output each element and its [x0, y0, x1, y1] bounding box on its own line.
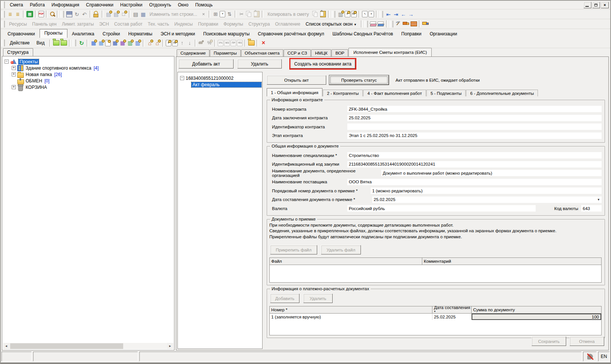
check-status-button[interactable]: Проверить статус: [329, 75, 389, 85]
add-page-icon[interactable]: +: [220, 11, 225, 17]
level-first-icon[interactable]: ⇤: [385, 11, 392, 17]
folder-up-icon[interactable]: [53, 40, 60, 46]
column-header-amount[interactable]: Сумма по документу: [472, 306, 601, 313]
level-down-icon[interactable]: →: [408, 11, 414, 17]
specialization-input[interactable]: Строительство: [347, 152, 602, 158]
tab-popravki[interactable]: Поправки: [397, 30, 425, 38]
import-building-icon[interactable]: ▦: [112, 40, 118, 46]
truck-icon[interactable]: [403, 22, 409, 26]
tree-row-trash[interactable]: + КОРЗИНА: [5, 84, 173, 90]
add-object-icon[interactable]: ▦: [98, 40, 104, 46]
book-settings-icon[interactable]: ▥: [337, 11, 344, 17]
comment-settings-icon[interactable]: □: [120, 11, 127, 17]
language-indicator[interactable]: EN: [598, 352, 609, 361]
tab-ispolnenie-smety-eis[interactable]: Исполнение Сметы контракта (ЕИС): [348, 48, 432, 56]
page-pr-icon[interactable]: ПР: [351, 11, 357, 17]
tree-label[interactable]: КОРЗИНА: [26, 85, 47, 90]
collapse-icon[interactable]: −: [180, 76, 184, 80]
tree-row-projects[interactable]: − Проекты: [5, 58, 173, 65]
save-icon[interactable]: [66, 11, 72, 17]
document-name-input[interactable]: Документ о выполнении работ (можно редак…: [381, 170, 602, 176]
currency-input[interactable]: Российский рубль: [347, 205, 536, 212]
tree-row-folder[interactable]: + Новая папка [26]: [5, 71, 173, 78]
toolbar-grip[interactable]: [2, 11, 5, 18]
menu-smeta[interactable]: Смета: [6, 2, 26, 8]
toolbar-grip[interactable]: [2, 21, 5, 27]
tree-row-exchange[interactable]: ОБМЕН [0]: [5, 78, 173, 84]
payment-number-cell[interactable]: 1 (заполняется вручную): [270, 314, 432, 320]
column-header-number[interactable]: Номер *: [270, 306, 432, 313]
menu-vid[interactable]: Вид: [33, 40, 48, 46]
bricks-icon[interactable]: [411, 21, 417, 26]
search-icon[interactable]: [49, 11, 55, 17]
act-label[interactable]: Акт февраль: [191, 82, 261, 87]
tab-ssr-i-sz[interactable]: ССР и СЗ: [284, 49, 311, 56]
tree-label[interactable]: Здание спортивного комплекса: [26, 65, 91, 71]
save-building-icon[interactable]: ▦: [119, 40, 126, 46]
house-save-icon[interactable]: ⌂: [154, 40, 160, 46]
payment-amount-cell[interactable]: 100: [472, 314, 601, 320]
tab-spravochniki[interactable]: Справочники: [4, 30, 39, 38]
level-last-icon[interactable]: ⇥: [393, 11, 399, 17]
copy-structure-icon[interactable]: ▦: [140, 11, 147, 17]
contract-stage-input[interactable]: Этап 1 с 25.02.2025 по 31.12.2025: [347, 133, 602, 139]
files-table-body[interactable]: [270, 265, 601, 282]
toolbar-grip[interactable]: [2, 2, 5, 8]
export-book-icon[interactable]: ▥: [134, 40, 141, 46]
level-up-icon[interactable]: ←: [400, 11, 407, 17]
menu-otdohnut[interactable]: Отдохнуть: [146, 2, 174, 8]
column-header-date[interactable]: Дата составления *: [432, 306, 472, 313]
page-r-icon[interactable]: Р: [166, 40, 171, 46]
move-to-structure-icon[interactable]: ≣: [14, 11, 21, 17]
delivery-truck-icon[interactable]: [423, 22, 429, 26]
chevron-down-icon[interactable]: ▼: [597, 198, 600, 201]
tab-spravochnik-formul[interactable]: Справочник расчётных формул: [254, 30, 328, 38]
add-building-icon[interactable]: ▦: [90, 40, 97, 46]
expand-icon[interactable]: +: [12, 85, 16, 89]
delete-act-button[interactable]: Удалить: [237, 59, 282, 69]
folder-collapse-icon[interactable]: [61, 40, 67, 46]
contract-date-input[interactable]: 25.02.2025: [347, 115, 602, 121]
tree-row-building[interactable]: + Здание спортивного комплекса [4]: [5, 65, 173, 71]
contract-number-input[interactable]: ZFK-3844_Стройка: [347, 106, 602, 112]
structure-tree-icon[interactable]: ≣: [7, 11, 14, 17]
tree-label[interactable]: ОБМЕН: [26, 78, 42, 84]
subtab-obschaya-informaciya[interactable]: 1 - Общая информация: [267, 88, 322, 96]
scrollbar-thumb[interactable]: [10, 343, 123, 349]
tab-poiskovye-marshruty[interactable]: Поисковые маршруты: [200, 30, 254, 38]
collapse-icon[interactable]: −: [5, 59, 9, 64]
scroll-left-icon[interactable]: ◄: [3, 343, 9, 349]
menu-deystvie[interactable]: Действие: [6, 40, 33, 46]
list-delete-icon[interactable]: ×: [368, 11, 374, 17]
column-header-comment[interactable]: Комментарий: [422, 258, 601, 265]
print-icon[interactable]: ▤: [132, 11, 139, 17]
currency-code-input[interactable]: 643: [581, 205, 602, 212]
menu-spravochniki[interactable]: Справочники: [82, 2, 117, 8]
payment-table-body[interactable]: [270, 320, 601, 335]
tab-struktura[interactable]: Структура: [3, 48, 33, 56]
sort-rows-icon[interactable]: ⇅: [226, 11, 233, 17]
expand-icon[interactable]: +: [12, 66, 16, 70]
supplier-input[interactable]: ООО Вятка: [347, 179, 602, 185]
purchase-code-input[interactable]: 211683400855135314401900020014120241: [347, 161, 602, 168]
acts-root-label[interactable]: 1683400855121000002: [186, 76, 234, 81]
refresh-green-icon[interactable]: ↻: [78, 40, 85, 46]
open-windows-dropdown[interactable]: Список открытых окон ▼: [303, 21, 359, 27]
tree-label-projects[interactable]: Проекты: [18, 59, 39, 64]
tree-label[interactable]: Новая папка: [26, 72, 52, 77]
open-act-button[interactable]: Открыть акт: [267, 75, 326, 85]
page-pr-icon[interactable]: ПР: [172, 40, 178, 46]
tab-obektnaya-smeta[interactable]: Объектная смета: [241, 49, 284, 56]
undo-icon[interactable]: ↶: [81, 11, 88, 17]
calculator-icon[interactable]: ⊞: [212, 11, 219, 17]
menu-informacia[interactable]: Информация: [48, 2, 82, 8]
unlock-icon[interactable]: [94, 12, 99, 17]
tab-analitika[interactable]: Аналитика: [68, 30, 98, 38]
tab-normativy[interactable]: Нормативы: [124, 30, 156, 38]
tab-vor[interactable]: ВОР: [331, 49, 348, 56]
add-document-icon[interactable]: [105, 40, 111, 46]
subtab-dop-dokumenty[interactable]: 6 - Дополнительные документы: [466, 90, 538, 96]
server-settings-icon[interactable]: ▤: [105, 11, 112, 17]
create-from-act-button[interactable]: Создать на основании акта: [290, 59, 355, 69]
subtab-podpisanty[interactable]: 5 - Подписанты: [426, 90, 466, 96]
